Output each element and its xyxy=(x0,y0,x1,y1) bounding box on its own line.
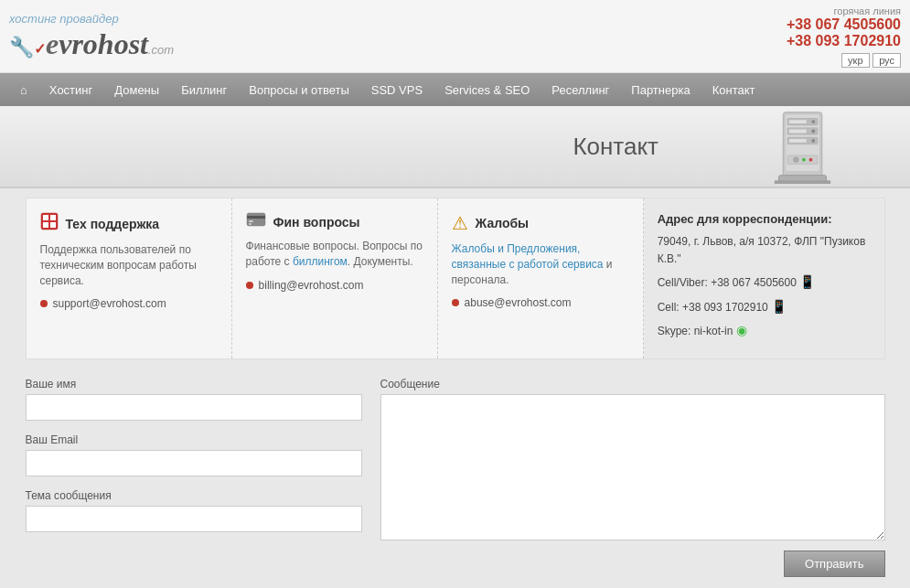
svg-rect-19 xyxy=(50,215,56,220)
nav-home[interactable]: ⌂ xyxy=(9,76,38,104)
logo-check-icon: ✓ xyxy=(34,40,46,58)
svg-rect-3 xyxy=(789,120,807,123)
form-right: Сообщение Отправить xyxy=(380,378,885,577)
svg-point-4 xyxy=(811,120,815,123)
nav-faq[interactable]: Вопросы и ответы xyxy=(238,76,359,104)
nav-partner[interactable]: Партнерка xyxy=(620,76,701,104)
svg-rect-6 xyxy=(789,129,807,133)
server-tower-icon xyxy=(768,108,837,186)
name-label: Ваше имя xyxy=(26,378,362,390)
svg-rect-25 xyxy=(249,223,252,225)
logo-wrench-icon: 🔧 xyxy=(9,36,34,59)
tech-support-box: Тех поддержка Поддержка пользователей по… xyxy=(27,198,232,358)
email-dot-icon xyxy=(40,300,48,307)
submit-button[interactable]: Отправить xyxy=(784,551,884,577)
nav-domains[interactable]: Домены xyxy=(103,76,170,104)
home-icon: ⌂ xyxy=(20,83,27,97)
email-input[interactable] xyxy=(26,450,362,476)
subject-input[interactable] xyxy=(26,506,362,532)
hotline-label: горячая линия xyxy=(787,5,901,16)
tech-support-title: Тех поддержка xyxy=(66,217,160,231)
skype-icon: ◉ xyxy=(736,323,747,337)
address-box: Адрес для корреспонденции: 79049, г. Льв… xyxy=(644,198,884,358)
svg-rect-23 xyxy=(247,216,265,219)
nav-reselling[interactable]: Реселлинг xyxy=(541,76,620,104)
submit-row: Отправить xyxy=(380,551,885,577)
lang-ukr-button[interactable]: укр xyxy=(841,53,869,68)
name-group: Ваше имя xyxy=(26,378,362,421)
address-line: 79049, г. Львов, а/я 10372, ФЛП "Пузиков… xyxy=(658,233,871,268)
top-bar: хостинг провайдер 🔧 ✓ evrohost .com горя… xyxy=(0,0,910,73)
message-label: Сообщение xyxy=(380,378,885,390)
tech-support-email: support@evrohost.com xyxy=(40,297,218,310)
abuse-header: ⚠ Жалобы xyxy=(452,212,629,234)
tech-support-icon xyxy=(40,212,59,235)
nav-contact[interactable]: Контакт xyxy=(701,76,766,104)
lang-buttons: укр рус xyxy=(787,53,901,68)
finance-email: billing@evrohost.com xyxy=(246,279,423,292)
svg-rect-24 xyxy=(249,220,253,222)
nav-billing[interactable]: Биллинг xyxy=(170,76,238,104)
finance-icon xyxy=(246,212,266,231)
logo-text: evrohost xyxy=(46,27,148,61)
svg-rect-18 xyxy=(43,215,48,220)
cell-line: Cell: +38 093 1702910 📱 xyxy=(658,296,871,316)
finance-header: Фин вопросы xyxy=(246,212,423,231)
abuse-title: Жалобы xyxy=(476,216,529,230)
svg-point-7 xyxy=(811,129,815,133)
svg-point-13 xyxy=(802,157,806,161)
page-title: Контакт xyxy=(573,133,768,161)
logo-slogan: хостинг провайдер xyxy=(9,12,192,26)
email-label: Ваш Email xyxy=(26,433,362,446)
finance-title: Фин вопросы xyxy=(273,215,360,230)
nav-hosting[interactable]: Хостинг xyxy=(38,76,103,104)
lang-rus-button[interactable]: рус xyxy=(873,53,901,68)
svg-point-14 xyxy=(809,157,813,161)
finance-box: Фин вопросы Финансовые вопросы. Вопросы … xyxy=(232,198,438,358)
main-nav: ⌂ Хостинг Домены Биллинг Вопросы и ответ… xyxy=(0,73,910,106)
address-title: Адрес для корреспонденции: xyxy=(658,212,871,226)
svg-rect-21 xyxy=(50,222,56,228)
nav-services-seo[interactable]: Services & SEO xyxy=(434,76,541,104)
email-dot-icon xyxy=(452,299,459,306)
phone-icon2: 📱 xyxy=(771,299,787,314)
skype-line: Skype: ni-kot-in ◉ xyxy=(658,320,871,340)
logo-area: хостинг провайдер 🔧 ✓ evrohost .com xyxy=(9,12,192,61)
cell-viber-line: Cell/Viber: +38 067 4505600 📱 xyxy=(658,272,871,292)
email-dot-icon xyxy=(246,282,253,289)
contact-boxes: Тех поддержка Поддержка пользователей по… xyxy=(26,198,885,359)
email-group: Ваш Email xyxy=(26,433,362,476)
subject-group: Тема сообщения xyxy=(26,489,362,532)
address-text: 79049, г. Львов, а/я 10372, ФЛП "Пузиков… xyxy=(658,233,871,341)
tech-support-desc: Поддержка пользователей по техническим в… xyxy=(40,242,218,288)
contact-form-area: Ваше имя Ваш Email Тема сообщения Сообще… xyxy=(26,378,885,577)
main-content: Тех поддержка Поддержка пользователей по… xyxy=(16,188,894,588)
hero-section: Контакт xyxy=(0,106,910,188)
abuse-email: abuse@evrohost.com xyxy=(452,296,629,309)
svg-rect-9 xyxy=(789,139,807,143)
phone1: +38 067 4505600 xyxy=(787,16,901,33)
logo-com: .com xyxy=(148,43,174,57)
warning-icon: ⚠ xyxy=(452,212,468,234)
form-left: Ваше имя Ваш Email Тема сообщения xyxy=(26,378,362,577)
nav-ssd-vps[interactable]: SSD VPS xyxy=(360,76,434,104)
abuse-box: ⚠ Жалобы Жалобы и Предложения, связанные… xyxy=(438,198,644,358)
message-textarea[interactable] xyxy=(380,394,885,540)
phone2: +38 093 1702910 xyxy=(787,33,901,49)
top-right: горячая линия +38 067 4505600 +38 093 17… xyxy=(787,5,901,68)
subject-label: Тема сообщения xyxy=(26,489,362,502)
svg-rect-16 xyxy=(775,180,830,184)
svg-point-10 xyxy=(811,139,815,143)
tech-support-header: Тех поддержка xyxy=(40,212,218,235)
svg-rect-20 xyxy=(43,222,48,228)
phone-icon: 📱 xyxy=(799,274,815,289)
finance-desc: Финансовые вопросы. Вопросы по работе с … xyxy=(246,239,423,270)
svg-point-12 xyxy=(794,156,799,162)
name-input[interactable] xyxy=(26,394,362,421)
abuse-desc: Жалобы и Предложения, связанные с работо… xyxy=(452,241,629,287)
